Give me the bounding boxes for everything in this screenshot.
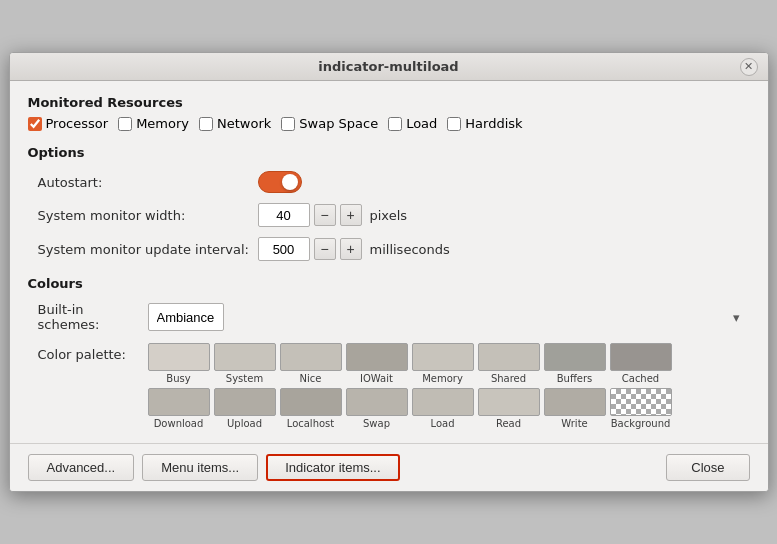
color-label-download: Download: [154, 418, 204, 429]
color-label-load: Load: [431, 418, 455, 429]
monitored-section-title: Monitored Resources: [28, 95, 750, 110]
width-spinner: − + pixels: [258, 203, 408, 227]
color-box-buffers[interactable]: [544, 343, 606, 371]
network-checkbox[interactable]: [199, 117, 213, 131]
checkbox-network[interactable]: Network: [199, 116, 271, 131]
color-label-localhost: Localhost: [287, 418, 335, 429]
interval-unit: milliseconds: [370, 242, 450, 257]
color-label-swap: Swap: [363, 418, 390, 429]
checkbox-memory[interactable]: Memory: [118, 116, 189, 131]
close-icon[interactable]: ✕: [740, 58, 758, 76]
color-box-swap[interactable]: [346, 388, 408, 416]
width-row: System monitor width: − + pixels: [28, 198, 750, 232]
color-box-load[interactable]: [412, 388, 474, 416]
width-plus-button[interactable]: +: [340, 204, 362, 226]
color-swatch-load: Load: [412, 388, 474, 429]
width-input[interactable]: [258, 203, 310, 227]
color-label-memory: Memory: [422, 373, 463, 384]
checkbox-harddisk[interactable]: Harddisk: [447, 116, 522, 131]
load-checkbox[interactable]: [388, 117, 402, 131]
color-box-localhost[interactable]: [280, 388, 342, 416]
processor-checkbox[interactable]: [28, 117, 42, 131]
options-section: Autostart: System monitor width: − + pix…: [28, 166, 750, 266]
palette-row: Color palette: BusySystemNiceIOWaitMemor…: [28, 337, 750, 431]
interval-minus-button[interactable]: −: [314, 238, 336, 260]
interval-input[interactable]: [258, 237, 310, 261]
memory-label: Memory: [136, 116, 189, 131]
memory-checkbox[interactable]: [118, 117, 132, 131]
color-swatch-busy: Busy: [148, 343, 210, 384]
window-title: indicator-multiload: [318, 59, 458, 74]
monitored-checkboxes: Processor Memory Network Swap Space Load…: [28, 116, 750, 131]
checkbox-load[interactable]: Load: [388, 116, 437, 131]
processor-label: Processor: [46, 116, 109, 131]
color-swatch-localhost: Localhost: [280, 388, 342, 429]
color-label-read: Read: [496, 418, 521, 429]
main-window: indicator-multiload ✕ Monitored Resource…: [9, 52, 769, 492]
color-box-read[interactable]: [478, 388, 540, 416]
color-label-cached: Cached: [622, 373, 659, 384]
color-label-shared: Shared: [491, 373, 526, 384]
autostart-row: Autostart:: [28, 166, 750, 198]
close-button[interactable]: Close: [666, 454, 749, 481]
scheme-dropdown[interactable]: Ambiance Radiance Custom: [148, 303, 224, 331]
toggle-knob: [282, 174, 298, 190]
color-swatch-iowait: IOWait: [346, 343, 408, 384]
interval-label: System monitor update interval:: [38, 242, 258, 257]
palette-label: Color palette:: [38, 343, 148, 362]
color-swatch-upload: Upload: [214, 388, 276, 429]
color-label-busy: Busy: [166, 373, 190, 384]
color-box-download[interactable]: [148, 388, 210, 416]
advanced-button[interactable]: Advanced...: [28, 454, 135, 481]
color-swatch-cached: Cached: [610, 343, 672, 384]
content-area: Monitored Resources Processor Memory Net…: [10, 81, 768, 443]
color-box-cached[interactable]: [610, 343, 672, 371]
autostart-label: Autostart:: [38, 175, 258, 190]
swap-checkbox[interactable]: [281, 117, 295, 131]
color-swatch-download: Download: [148, 388, 210, 429]
color-box-busy[interactable]: [148, 343, 210, 371]
footer-left: Advanced... Menu items... Indicator item…: [28, 454, 400, 481]
color-label-iowait: IOWait: [360, 373, 393, 384]
interval-row: System monitor update interval: − + mill…: [28, 232, 750, 266]
network-label: Network: [217, 116, 271, 131]
checkbox-swap[interactable]: Swap Space: [281, 116, 378, 131]
color-swatch-swap: Swap: [346, 388, 408, 429]
menu-items-button[interactable]: Menu items...: [142, 454, 258, 481]
color-box-upload[interactable]: [214, 388, 276, 416]
color-box-shared[interactable]: [478, 343, 540, 371]
palette-row-1: BusySystemNiceIOWaitMemorySharedBuffersC…: [148, 343, 672, 384]
interval-plus-button[interactable]: +: [340, 238, 362, 260]
color-label-nice: Nice: [300, 373, 322, 384]
interval-spinner: − + milliseconds: [258, 237, 450, 261]
color-swatch-write: Write: [544, 388, 606, 429]
autostart-toggle[interactable]: [258, 171, 302, 193]
width-label: System monitor width:: [38, 208, 258, 223]
harddisk-checkbox[interactable]: [447, 117, 461, 131]
titlebar: indicator-multiload ✕: [10, 53, 768, 81]
color-label-write: Write: [561, 418, 587, 429]
colours-section-title: Colours: [28, 276, 750, 291]
width-minus-button[interactable]: −: [314, 204, 336, 226]
harddisk-label: Harddisk: [465, 116, 522, 131]
color-box-memory[interactable]: [412, 343, 474, 371]
color-box-write[interactable]: [544, 388, 606, 416]
color-swatch-read: Read: [478, 388, 540, 429]
color-label-system: System: [226, 373, 263, 384]
color-box-iowait[interactable]: [346, 343, 408, 371]
color-label-background: Background: [611, 418, 671, 429]
footer: Advanced... Menu items... Indicator item…: [10, 443, 768, 491]
scheme-row: Built-in schemes: Ambiance Radiance Cust…: [28, 297, 750, 337]
color-swatch-memory: Memory: [412, 343, 474, 384]
load-label: Load: [406, 116, 437, 131]
color-box-nice[interactable]: [280, 343, 342, 371]
indicator-items-button[interactable]: Indicator items...: [266, 454, 399, 481]
checkbox-processor[interactable]: Processor: [28, 116, 109, 131]
color-box-background[interactable]: [610, 388, 672, 416]
scheme-label: Built-in schemes:: [38, 302, 148, 332]
color-swatch-system: System: [214, 343, 276, 384]
palette-grid: BusySystemNiceIOWaitMemorySharedBuffersC…: [148, 343, 672, 429]
color-box-system[interactable]: [214, 343, 276, 371]
color-swatch-buffers: Buffers: [544, 343, 606, 384]
palette-row-2: DownloadUploadLocalhostSwapLoadReadWrite…: [148, 388, 672, 429]
